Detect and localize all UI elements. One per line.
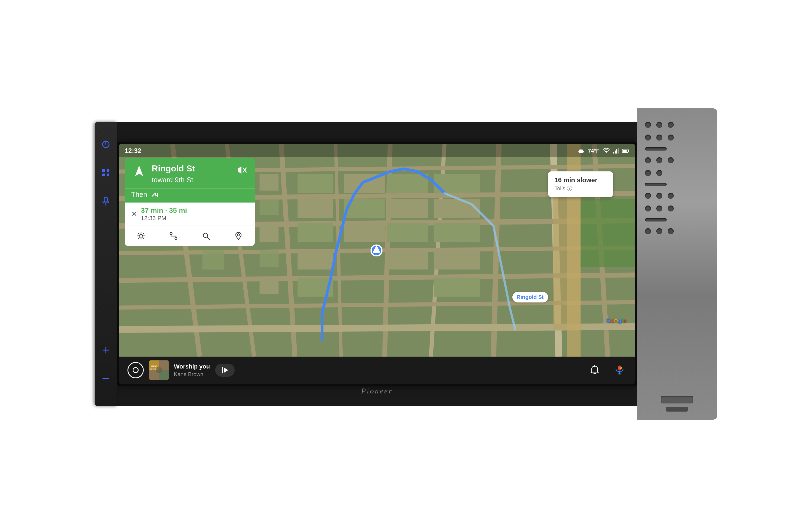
svg-marker-89: [224, 368, 228, 373]
alt-route-sub: Tolls ⓘ: [555, 185, 607, 192]
screen-bezel: 12:32 74°F: [117, 142, 637, 386]
wifi-icon: [603, 148, 610, 154]
nav-eta: 12:33 PM: [141, 215, 187, 222]
microphone-button[interactable]: [100, 195, 112, 207]
svg-rect-52: [298, 251, 333, 269]
svg-text:BROWN: BROWN: [150, 368, 157, 370]
bracket-connector-2: [666, 407, 688, 412]
volume-up-button[interactable]: [100, 344, 112, 356]
svg-rect-16: [615, 151, 616, 154]
bracket-hole-row-1: [645, 122, 712, 128]
play-icon: [221, 366, 229, 374]
bracket-holes-top: [645, 122, 712, 234]
bracket-hole-row-4: [645, 170, 712, 176]
clock: 12:32: [125, 147, 141, 155]
search-tool-button[interactable]: [199, 229, 213, 243]
svg-rect-49: [298, 174, 333, 193]
play-pause-button[interactable]: [215, 363, 235, 377]
pin-tool-button[interactable]: [232, 229, 245, 243]
status-right: 74°F: [578, 148, 629, 154]
weather-icon: [578, 148, 585, 154]
svg-rect-68: [580, 199, 635, 267]
svg-rect-88: [222, 367, 223, 373]
svg-rect-57: [387, 174, 428, 193]
nav-card-bottom: ✕ 37 min · 35 mi 12:33 PM: [125, 202, 255, 226]
nav-direction: Ringold St toward 9th St: [152, 163, 195, 184]
battery-icon: [622, 149, 629, 153]
taskbar: KANE BROWN Worship you Kane Brown: [119, 357, 635, 384]
bracket-slot-2: [645, 218, 667, 222]
menu-button[interactable]: [100, 167, 112, 179]
bracket-hole: [645, 122, 651, 128]
nav-duration: 37 min · 35 mi: [141, 206, 187, 215]
google-logo: Google: [606, 317, 627, 324]
svg-rect-5: [107, 174, 110, 176]
svg-point-95: [620, 367, 621, 368]
bracket-hole: [656, 122, 662, 128]
bracket-hole: [668, 134, 674, 141]
mute-button[interactable]: [235, 163, 248, 177]
bracket-hole: [668, 122, 674, 128]
svg-rect-18: [618, 148, 619, 154]
display-housing: 12:32 74°F: [117, 122, 637, 406]
taskbar-left: KANE BROWN Worship you Kane Brown: [128, 360, 235, 380]
nav-then-row: Then: [125, 188, 255, 202]
svg-rect-65: [434, 278, 480, 297]
svg-rect-43: [202, 251, 224, 269]
svg-marker-71: [135, 166, 143, 176]
svg-point-76: [140, 234, 142, 237]
notification-button[interactable]: [588, 363, 602, 377]
bracket-bottom: [637, 396, 717, 412]
left-controls: [100, 138, 112, 207]
power-button[interactable]: [100, 138, 112, 150]
svg-rect-63: [434, 223, 480, 242]
volume-down-button[interactable]: [100, 372, 112, 385]
svg-marker-14: [605, 151, 608, 153]
bracket-hole-row-7: [645, 228, 712, 234]
google-assistant-button[interactable]: [612, 363, 627, 377]
bracket-hole: [656, 193, 662, 199]
alternate-route-bubble: 16 min slower Tolls ⓘ: [548, 171, 613, 197]
svg-rect-56: [344, 223, 385, 242]
bracket-hole-row-6: [645, 205, 712, 212]
home-button[interactable]: [128, 362, 144, 378]
left-panel: [95, 122, 117, 406]
svg-rect-21: [623, 150, 627, 152]
svg-line-80: [207, 237, 209, 239]
bracket-hole: [668, 228, 674, 234]
svg-rect-2: [102, 169, 105, 172]
svg-rect-62: [434, 199, 480, 218]
svg-rect-6: [104, 197, 107, 202]
bracket-hole: [645, 193, 651, 199]
nav-toolbar: [125, 226, 255, 246]
bracket-hole: [656, 134, 662, 141]
location-label: Ringold St: [512, 292, 548, 302]
bracket-hole: [656, 228, 662, 234]
nav-toward: toward 9th St: [152, 176, 195, 184]
svg-rect-15: [613, 152, 614, 154]
svg-rect-48: [259, 278, 278, 294]
route-tool-button[interactable]: [167, 229, 180, 243]
status-bar: 12:32 74°F: [119, 144, 635, 157]
bracket-hole: [668, 157, 674, 163]
svg-rect-50: [298, 199, 333, 218]
song-artist: Kane Brown: [174, 371, 210, 377]
svg-rect-20: [628, 150, 629, 152]
nav-card-top: Ringold St toward 9th St: [125, 158, 255, 188]
direction-arrow-icon: [131, 163, 147, 180]
map-area[interactable]: Ringold St 16 min slower Tolls ⓘ Google: [119, 144, 635, 357]
svg-marker-72: [238, 166, 242, 174]
nav-time-info: 37 min · 35 mi 12:33 PM: [141, 206, 187, 222]
nav-close-button[interactable]: ✕: [131, 210, 137, 218]
bracket-hole: [656, 205, 662, 212]
bracket-hole: [656, 157, 662, 163]
bell-icon: [589, 365, 600, 376]
scene: 12:32 74°F: [54, 34, 758, 494]
svg-rect-46: [259, 223, 278, 242]
svg-rect-51: [298, 223, 333, 242]
right-bracket: [637, 108, 717, 420]
svg-rect-64: [434, 251, 480, 269]
bracket-hole: [668, 193, 674, 199]
settings-tool-button[interactable]: [134, 229, 148, 243]
svg-rect-45: [259, 199, 278, 215]
